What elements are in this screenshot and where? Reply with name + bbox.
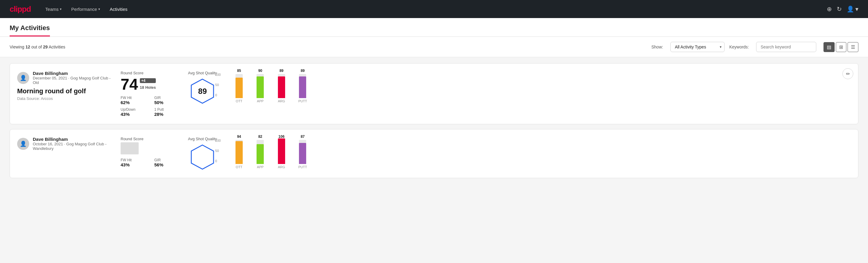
bar-column: 94OTT [234, 135, 245, 169]
nav-activities[interactable]: Activities [110, 5, 127, 13]
user-name: Dave Billingham [33, 137, 114, 142]
nav-teams[interactable]: Teams ▾ [45, 5, 62, 13]
bar-outer [236, 140, 243, 164]
fw-hit-value: 62% [121, 100, 147, 105]
bar-outer [256, 140, 264, 164]
data-source: Data Source: Arccos [17, 96, 114, 101]
quality-section: Avg Shot Quality 100 50 0 [188, 137, 309, 171]
chevron-down-icon: ▾ [98, 7, 100, 11]
avatar-icon: 👤 [847, 5, 854, 12]
show-label: Show: [651, 45, 663, 49]
card-left: 👤 Dave Billingham December 05, 2021 · Go… [17, 71, 114, 101]
gir-label: GIR [154, 158, 181, 162]
search-input[interactable] [756, 42, 816, 52]
activity-type-dropdown-wrapper: All Activity Types ▾ [671, 42, 724, 52]
main-content: ✏ 👤 Dave Billingham December 05, 2021 · … [0, 57, 868, 189]
view-toggle: ▤ ⊞ ☰ [824, 42, 858, 52]
user-row: 👤 Dave Billingham December 05, 2021 · Go… [17, 71, 114, 85]
bar-fill [299, 77, 306, 98]
bar-value-label: 94 [237, 135, 241, 139]
chart-y-labels: 100 50 0 [215, 139, 221, 163]
user-menu[interactable]: 👤 ▾ [847, 5, 858, 12]
gir-stat: GIR 56% [154, 158, 181, 167]
chart-wrapper: 100 50 0 85OTT90APP89ARG89PUTT [224, 73, 309, 103]
bar-outer [278, 140, 285, 164]
user-date: October 16, 2021 · Gog Magog Golf Club -… [33, 142, 114, 151]
hexagon-container: 89 [188, 78, 217, 105]
gir-label: GIR [154, 96, 181, 100]
activity-title: Morning round of golf [17, 87, 114, 95]
fw-hit-value: 43% [121, 162, 147, 167]
bar-value-label: 106 [279, 135, 284, 139]
chart-wrapper: 100 50 0 94OTT82APP106ARG87PUTT [224, 139, 309, 169]
bar-axis-label: APP [257, 165, 264, 169]
bar-outer [236, 74, 243, 98]
card-left: 👤 Dave Billingham October 16, 2021 · Gog… [17, 137, 114, 153]
one-putt-stat: 1 Putt 28% [154, 108, 181, 117]
page-header: My Activities [0, 18, 868, 37]
fw-hit-label: FW Hit [121, 158, 147, 162]
bar-fill [278, 77, 285, 98]
fw-hit-stat: FW Hit 62% [121, 96, 147, 105]
quality-block: Avg Shot Quality [188, 137, 217, 171]
bar-outer [299, 74, 306, 98]
grid-view-button[interactable]: ⊞ [836, 42, 846, 52]
chevron-down-icon: ▾ [60, 7, 62, 11]
bar-axis-label: PUTT [298, 99, 307, 103]
quality-block: Avg Shot Quality 89 [188, 71, 217, 105]
bar-column: 89ARG [276, 68, 287, 103]
list-detail-view-button[interactable]: ☰ [847, 42, 858, 52]
sub-stats: FW Hit 43% GIR 56% [121, 158, 181, 167]
bar-column: 87PUTT [297, 135, 309, 169]
bar-value-label: 87 [301, 135, 305, 139]
round-score-label: Round Score [121, 137, 181, 141]
bar-chart-container: 100 50 0 94OTT82APP106ARG87PUTT [224, 139, 309, 169]
gir-stat: GIR 50% [154, 96, 181, 105]
hexagon-container [188, 144, 217, 171]
bar-chart: 85OTT90APP89ARG89PUTT [234, 73, 309, 103]
bar-axis-label: ARG [278, 165, 285, 169]
bar-column: 89PUTT [297, 68, 309, 103]
quality-label: Avg Shot Quality [188, 137, 217, 141]
bar-axis-label: PUTT [298, 165, 307, 169]
score-placeholder [121, 142, 138, 154]
bar-axis-label: OTT [236, 165, 242, 169]
score-badge: +4 [140, 78, 156, 83]
page-title: My Activities [10, 24, 50, 36]
bar-column: 82APP [254, 135, 266, 169]
one-putt-value: 28% [154, 112, 181, 117]
round-score-label: Round Score [121, 71, 181, 75]
quality-label: Avg Shot Quality [188, 71, 217, 75]
round-score-section: Round Score FW Hit 43% GIR 56% [121, 137, 181, 167]
bar-outer [278, 74, 285, 98]
bar-fill [299, 143, 306, 164]
bar-chart-container: 100 50 0 85OTT90APP89ARG89PUTT [224, 73, 309, 103]
nav-performance[interactable]: Performance ▾ [71, 5, 100, 13]
activity-type-dropdown[interactable]: All Activity Types [671, 42, 724, 52]
hexagon: 89 [189, 78, 216, 105]
svg-marker-1 [191, 145, 214, 169]
score-display: 74 +4 18 Holes [121, 77, 181, 92]
refresh-icon[interactable]: ↻ [837, 5, 842, 12]
sub-stats: FW Hit 62% GIR 50% Up/Down 43% 1 Putt 28… [121, 96, 181, 117]
updown-value: 43% [121, 112, 147, 117]
activity-card: 👤 Dave Billingham October 16, 2021 · Gog… [10, 129, 858, 178]
avatar: 👤 [17, 72, 29, 84]
logo[interactable]: clippd [10, 4, 31, 14]
edit-button[interactable]: ✏ [842, 68, 853, 79]
gir-value: 50% [154, 100, 181, 105]
bar-value-label: 85 [237, 68, 241, 73]
activity-card: ✏ 👤 Dave Billingham December 05, 2021 · … [10, 63, 858, 124]
bar-fill [256, 77, 264, 98]
user-date: December 05, 2021 · Gog Magog Golf Club … [33, 76, 114, 85]
bar-fill [278, 139, 285, 164]
user-info: Dave Billingham October 16, 2021 · Gog M… [33, 137, 114, 151]
add-icon[interactable]: ⊕ [827, 5, 832, 12]
round-score-section: Round Score 74 +4 18 Holes FW Hit 62% GI… [121, 71, 181, 117]
gir-value: 56% [154, 162, 181, 167]
hexagon-value: 89 [198, 87, 207, 96]
score-value: 74 [121, 77, 138, 92]
updown-label: Up/Down [121, 108, 147, 112]
list-compact-view-button[interactable]: ▤ [824, 42, 835, 52]
quality-section: Avg Shot Quality 89 100 50 0 [188, 71, 309, 105]
